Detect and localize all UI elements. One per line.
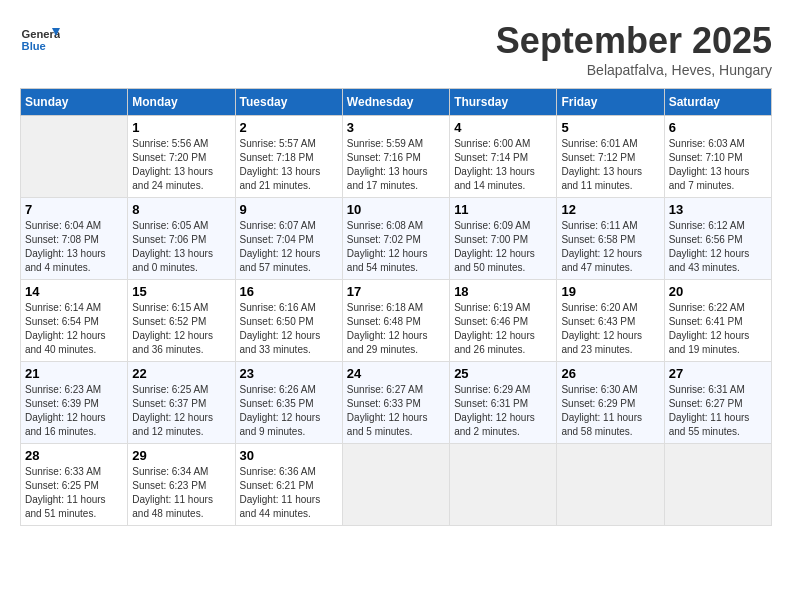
daylight-label: Daylight: 12 hours and 19 minutes. [669,330,750,355]
day-info: Sunrise: 6:00 AM Sunset: 7:14 PM Dayligh… [454,137,552,193]
sunrise-label: Sunrise: 6:20 AM [561,302,637,313]
svg-text:Blue: Blue [22,40,46,52]
day-number: 22 [132,366,230,381]
sunset-label: Sunset: 6:35 PM [240,398,314,409]
day-number: 27 [669,366,767,381]
calendar-cell: 1 Sunrise: 5:56 AM Sunset: 7:20 PM Dayli… [128,116,235,198]
calendar-cell: 7 Sunrise: 6:04 AM Sunset: 7:08 PM Dayli… [21,198,128,280]
calendar-cell: 12 Sunrise: 6:11 AM Sunset: 6:58 PM Dayl… [557,198,664,280]
sunrise-label: Sunrise: 6:01 AM [561,138,637,149]
sunset-label: Sunset: 7:02 PM [347,234,421,245]
day-number: 30 [240,448,338,463]
daylight-label: Daylight: 13 hours and 14 minutes. [454,166,535,191]
daylight-label: Daylight: 12 hours and 54 minutes. [347,248,428,273]
daylight-label: Daylight: 12 hours and 57 minutes. [240,248,321,273]
day-info: Sunrise: 6:16 AM Sunset: 6:50 PM Dayligh… [240,301,338,357]
day-info: Sunrise: 6:36 AM Sunset: 6:21 PM Dayligh… [240,465,338,521]
sunrise-label: Sunrise: 5:57 AM [240,138,316,149]
calendar-table: SundayMondayTuesdayWednesdayThursdayFrid… [20,88,772,526]
day-info: Sunrise: 6:18 AM Sunset: 6:48 PM Dayligh… [347,301,445,357]
day-info: Sunrise: 6:04 AM Sunset: 7:08 PM Dayligh… [25,219,123,275]
sunrise-label: Sunrise: 6:12 AM [669,220,745,231]
sunset-label: Sunset: 6:52 PM [132,316,206,327]
day-info: Sunrise: 6:33 AM Sunset: 6:25 PM Dayligh… [25,465,123,521]
sunrise-label: Sunrise: 6:30 AM [561,384,637,395]
daylight-label: Daylight: 13 hours and 21 minutes. [240,166,321,191]
sunrise-label: Sunrise: 6:18 AM [347,302,423,313]
calendar-cell: 22 Sunrise: 6:25 AM Sunset: 6:37 PM Dayl… [128,362,235,444]
sunrise-label: Sunrise: 6:04 AM [25,220,101,231]
sunrise-label: Sunrise: 6:11 AM [561,220,637,231]
day-number: 16 [240,284,338,299]
daylight-label: Daylight: 13 hours and 4 minutes. [25,248,106,273]
calendar-cell: 14 Sunrise: 6:14 AM Sunset: 6:54 PM Dayl… [21,280,128,362]
day-number: 19 [561,284,659,299]
calendar-cell: 9 Sunrise: 6:07 AM Sunset: 7:04 PM Dayli… [235,198,342,280]
calendar-cell: 17 Sunrise: 6:18 AM Sunset: 6:48 PM Dayl… [342,280,449,362]
day-number: 26 [561,366,659,381]
sunset-label: Sunset: 6:25 PM [25,480,99,491]
calendar-cell: 5 Sunrise: 6:01 AM Sunset: 7:12 PM Dayli… [557,116,664,198]
calendar-cell: 21 Sunrise: 6:23 AM Sunset: 6:39 PM Dayl… [21,362,128,444]
daylight-label: Daylight: 12 hours and 36 minutes. [132,330,213,355]
day-number: 6 [669,120,767,135]
day-number: 23 [240,366,338,381]
day-number: 28 [25,448,123,463]
day-number: 9 [240,202,338,217]
sunrise-label: Sunrise: 6:34 AM [132,466,208,477]
day-info: Sunrise: 6:09 AM Sunset: 7:00 PM Dayligh… [454,219,552,275]
day-info: Sunrise: 6:20 AM Sunset: 6:43 PM Dayligh… [561,301,659,357]
sunset-label: Sunset: 7:14 PM [454,152,528,163]
calendar-cell: 30 Sunrise: 6:36 AM Sunset: 6:21 PM Dayl… [235,444,342,526]
day-info: Sunrise: 6:23 AM Sunset: 6:39 PM Dayligh… [25,383,123,439]
sunset-label: Sunset: 7:20 PM [132,152,206,163]
calendar-cell: 8 Sunrise: 6:05 AM Sunset: 7:06 PM Dayli… [128,198,235,280]
location-subtitle: Belapatfalva, Heves, Hungary [496,62,772,78]
sunrise-label: Sunrise: 6:29 AM [454,384,530,395]
calendar-cell [557,444,664,526]
day-number: 29 [132,448,230,463]
day-number: 8 [132,202,230,217]
daylight-label: Daylight: 13 hours and 0 minutes. [132,248,213,273]
calendar-cell: 20 Sunrise: 6:22 AM Sunset: 6:41 PM Dayl… [664,280,771,362]
sunrise-label: Sunrise: 6:08 AM [347,220,423,231]
sunrise-label: Sunrise: 6:15 AM [132,302,208,313]
daylight-label: Daylight: 12 hours and 23 minutes. [561,330,642,355]
calendar-cell [342,444,449,526]
day-info: Sunrise: 6:26 AM Sunset: 6:35 PM Dayligh… [240,383,338,439]
calendar-cell: 24 Sunrise: 6:27 AM Sunset: 6:33 PM Dayl… [342,362,449,444]
day-info: Sunrise: 6:03 AM Sunset: 7:10 PM Dayligh… [669,137,767,193]
weekday-header-saturday: Saturday [664,89,771,116]
day-info: Sunrise: 5:59 AM Sunset: 7:16 PM Dayligh… [347,137,445,193]
day-number: 2 [240,120,338,135]
sunset-label: Sunset: 6:56 PM [669,234,743,245]
daylight-label: Daylight: 13 hours and 24 minutes. [132,166,213,191]
sunset-label: Sunset: 6:43 PM [561,316,635,327]
day-info: Sunrise: 6:25 AM Sunset: 6:37 PM Dayligh… [132,383,230,439]
daylight-label: Daylight: 11 hours and 58 minutes. [561,412,642,437]
daylight-label: Daylight: 13 hours and 11 minutes. [561,166,642,191]
day-number: 10 [347,202,445,217]
daylight-label: Daylight: 12 hours and 50 minutes. [454,248,535,273]
logo: General Blue [20,20,64,60]
day-info: Sunrise: 6:01 AM Sunset: 7:12 PM Dayligh… [561,137,659,193]
daylight-label: Daylight: 12 hours and 9 minutes. [240,412,321,437]
day-number: 14 [25,284,123,299]
daylight-label: Daylight: 11 hours and 44 minutes. [240,494,321,519]
day-info: Sunrise: 6:15 AM Sunset: 6:52 PM Dayligh… [132,301,230,357]
sunset-label: Sunset: 7:06 PM [132,234,206,245]
day-info: Sunrise: 6:19 AM Sunset: 6:46 PM Dayligh… [454,301,552,357]
calendar-cell: 4 Sunrise: 6:00 AM Sunset: 7:14 PM Dayli… [450,116,557,198]
daylight-label: Daylight: 12 hours and 16 minutes. [25,412,106,437]
sunrise-label: Sunrise: 6:09 AM [454,220,530,231]
calendar-cell: 29 Sunrise: 6:34 AM Sunset: 6:23 PM Dayl… [128,444,235,526]
sunrise-label: Sunrise: 6:36 AM [240,466,316,477]
day-number: 24 [347,366,445,381]
sunrise-label: Sunrise: 6:19 AM [454,302,530,313]
weekday-header-monday: Monday [128,89,235,116]
sunrise-label: Sunrise: 6:07 AM [240,220,316,231]
calendar-cell: 16 Sunrise: 6:16 AM Sunset: 6:50 PM Dayl… [235,280,342,362]
sunset-label: Sunset: 7:00 PM [454,234,528,245]
daylight-label: Daylight: 13 hours and 7 minutes. [669,166,750,191]
sunset-label: Sunset: 6:54 PM [25,316,99,327]
